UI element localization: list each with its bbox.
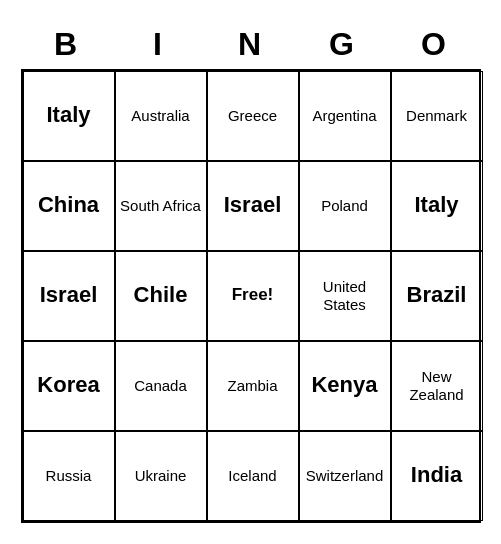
cell-r3-c2: Zambia (207, 341, 299, 431)
cell-r1-c3: Poland (299, 161, 391, 251)
cell-r2-c1: Chile (115, 251, 207, 341)
cell-r2-c4: Brazil (391, 251, 483, 341)
cell-r2-c3: United States (299, 251, 391, 341)
cell-r1-c4: Italy (391, 161, 483, 251)
cell-r0-c0: Italy (23, 71, 115, 161)
bingo-header: BINGO (21, 22, 481, 67)
cell-r1-c0: China (23, 161, 115, 251)
header-letter: N (205, 22, 297, 67)
header-letter: B (21, 22, 113, 67)
bingo-card: BINGO ItalyAustraliaGreeceArgentinaDenma… (11, 12, 491, 533)
cell-r0-c3: Argentina (299, 71, 391, 161)
cell-r2-c2: Free! (207, 251, 299, 341)
header-letter: I (113, 22, 205, 67)
cell-r3-c3: Kenya (299, 341, 391, 431)
cell-r4-c4: India (391, 431, 483, 521)
cell-r4-c2: Iceland (207, 431, 299, 521)
cell-r0-c4: Denmark (391, 71, 483, 161)
cell-r1-c1: South Africa (115, 161, 207, 251)
cell-r4-c1: Ukraine (115, 431, 207, 521)
cell-r3-c4: New Zealand (391, 341, 483, 431)
cell-r0-c1: Australia (115, 71, 207, 161)
header-letter: G (297, 22, 389, 67)
cell-r1-c2: Israel (207, 161, 299, 251)
cell-r2-c0: Israel (23, 251, 115, 341)
header-letter: O (389, 22, 481, 67)
cell-r4-c0: Russia (23, 431, 115, 521)
bingo-grid: ItalyAustraliaGreeceArgentinaDenmarkChin… (21, 69, 481, 523)
cell-r3-c0: Korea (23, 341, 115, 431)
cell-r4-c3: Switzerland (299, 431, 391, 521)
cell-r3-c1: Canada (115, 341, 207, 431)
cell-r0-c2: Greece (207, 71, 299, 161)
